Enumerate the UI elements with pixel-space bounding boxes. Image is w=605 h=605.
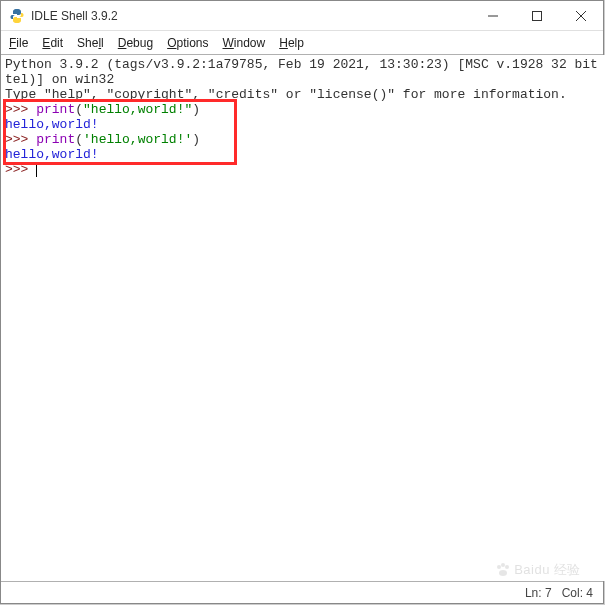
menu-options[interactable]: Options [167, 36, 208, 50]
output-line: hello,world! [5, 147, 99, 162]
paren: ( [75, 102, 83, 117]
paren: ( [75, 132, 83, 147]
menubar: File Edit Shell Debug Options Window Hel… [1, 31, 603, 55]
status-col: Col: 4 [562, 586, 593, 600]
menu-edit[interactable]: Edit [42, 36, 63, 50]
svg-point-5 [505, 565, 509, 569]
banner-line: Type "help", "copyright", "credits" or "… [5, 87, 567, 102]
prompt: >>> [5, 132, 36, 147]
paren: ) [192, 102, 200, 117]
content-wrap: Python 3.9.2 (tags/v3.9.2:1a79785, Feb 1… [1, 55, 603, 581]
text-cursor [36, 164, 37, 177]
window-controls [471, 1, 603, 31]
svg-rect-1 [533, 11, 542, 20]
menu-help[interactable]: Help [279, 36, 304, 50]
banner-line: tel)] on win32 [5, 72, 114, 87]
menu-file[interactable]: File [9, 36, 28, 50]
prompt: >>> [5, 102, 36, 117]
window-title: IDLE Shell 3.9.2 [31, 9, 471, 23]
menu-window[interactable]: Window [223, 36, 266, 50]
statusbar: Ln: 7 Col: 4 [1, 581, 603, 603]
banner-line: Python 3.9.2 (tags/v3.9.2:1a79785, Feb 1… [5, 57, 605, 72]
keyword: print [36, 132, 75, 147]
svg-point-6 [501, 563, 505, 567]
python-icon [9, 8, 25, 24]
svg-point-7 [499, 570, 507, 576]
watermark-text: Baidu 经验 [514, 561, 581, 579]
minimize-button[interactable] [471, 1, 515, 31]
shell-text-area[interactable]: Python 3.9.2 (tags/v3.9.2:1a79785, Feb 1… [1, 55, 605, 581]
close-button[interactable] [559, 1, 603, 31]
prompt: >>> [5, 162, 36, 177]
menu-shell[interactable]: Shell [77, 36, 104, 50]
idle-window: IDLE Shell 3.9.2 File Edit Shell Debug O… [0, 0, 604, 604]
output-line: hello,world! [5, 117, 99, 132]
paren: ) [192, 132, 200, 147]
status-line: Ln: 7 [525, 586, 552, 600]
maximize-button[interactable] [515, 1, 559, 31]
watermark: Baidu 经验 [495, 561, 581, 579]
menu-debug[interactable]: Debug [118, 36, 153, 50]
keyword: print [36, 102, 75, 117]
string-literal: 'hello,world!' [83, 132, 192, 147]
svg-point-4 [497, 565, 501, 569]
string-literal: "hello,world!" [83, 102, 192, 117]
titlebar[interactable]: IDLE Shell 3.9.2 [1, 1, 603, 31]
